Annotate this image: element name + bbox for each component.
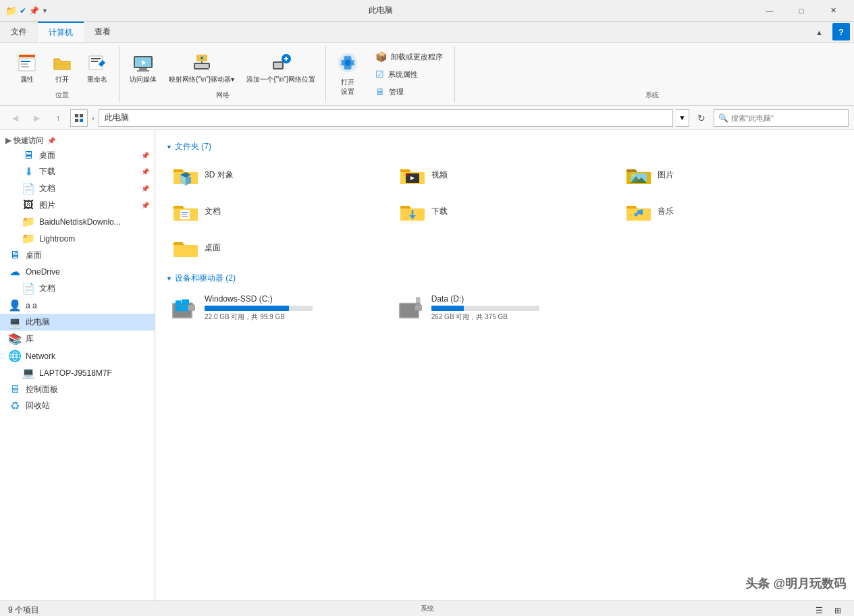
drive-d-fill [431,306,464,311]
sidebar-item-this-pc[interactable]: 💻 此电脑 [0,314,155,331]
drive-d[interactable]: Data (D:) 262 GB 可用，共 375 GB [393,289,617,327]
sidebar-item-user[interactable]: 👤 a a [0,297,155,314]
svg-rect-28 [75,119,78,122]
ribbon-spacer: 系统 [455,46,849,103]
sidebar-item-onedrive-doc[interactable]: 📄 文档 [0,280,155,297]
open-button[interactable]: 打开 [46,49,78,88]
laptop-icon: 💻 [22,366,35,379]
minimize-button[interactable]: — [754,0,785,22]
rename-label: 重命名 [87,75,107,84]
system-props-button[interactable]: ☑ 系统属性 [369,66,449,82]
main-layout: ▶ 快速访问 📌 🖥 桌面 📌 ⬇ 下载 📌 📄 文档 📌 🖼 图片 📌 📁 B… [0,130,854,600]
open-settings-button[interactable]: 打开设置 [331,49,364,100]
sidebar-item-baidu[interactable]: 📁 BaiduNetdiskDownlo... [0,213,155,230]
access-media-label: 访问媒体 [130,75,157,84]
pin-icon: 📌 [141,152,149,159]
sidebar-label-lightroom: Lightroom [39,234,75,244]
folder-video[interactable]: 视频 [393,158,617,192]
sidebar-item-recycle-bin[interactable]: ♻ 回收站 [0,397,155,414]
address-chevron[interactable]: ▼ [676,109,689,127]
sidebar-label-documents-qa: 文档 [39,183,55,194]
map-network-icon: ▾ [191,52,213,74]
folder-downloads-name: 下载 [431,206,448,217]
sidebar-item-laptop[interactable]: 💻 LAPTOP-J9518M7F [0,364,155,381]
close-button[interactable]: ✕ [818,0,849,22]
quick-access-section[interactable]: ▶ 快速访问 📌 [0,133,155,147]
pin-icon-docs: 📌 [141,185,149,192]
folder-downloads[interactable]: 下载 [393,194,617,228]
drive-c-name: Windows-SSD (C:) [205,294,384,304]
tab-view[interactable]: 查看 [84,22,122,43]
window-title: 此电脑 [7,5,754,16]
help-button[interactable]: ? [832,23,850,40]
svg-point-47 [640,212,643,215]
svg-rect-42 [182,214,187,215]
sidebar-item-network[interactable]: 🌐 Network [0,347,155,364]
folder-pictures-icon [625,163,652,187]
uninstall-button[interactable]: 📦 卸载或更改程序 [369,49,449,65]
sidebar-item-desktop[interactable]: 🖥 桌面 [0,247,155,263]
svg-rect-27 [80,114,83,117]
folder-desktop[interactable]: 桌面 [166,231,390,264]
back-button[interactable]: ◀ [5,109,24,128]
svg-rect-7 [91,61,98,62]
folder-documents[interactable]: 文档 [166,194,390,228]
sidebar-label-laptop: LAPTOP-J9518M7F [39,368,112,378]
sidebar-label-onedrive-doc: 文档 [39,283,55,294]
svg-rect-0 [19,55,35,57]
folder-pictures[interactable]: 图片 [619,158,843,192]
folder-downloads-icon [399,199,426,223]
address-text: 此电脑 [105,112,129,123]
drives-section-header[interactable]: 设备和驱动器 (2) [166,273,843,284]
access-media-button[interactable]: 访问媒体 [125,49,161,88]
map-network-button[interactable]: ▾ 映射网络{"\n"}驱动器▾ [164,49,239,88]
maximize-button[interactable]: □ [786,0,817,22]
folders-section-header[interactable]: 文件夹 (7) [166,141,843,152]
sidebar-item-documents-qa[interactable]: 📄 文档 📌 [0,180,155,197]
rename-button[interactable]: 重命名 [81,49,113,88]
desktop-icon: 🖥 [8,249,22,261]
ribbon-collapse-icon[interactable]: ▲ [816,28,823,36]
map-network-label: 映射网络{"\n"}驱动器▾ [169,75,234,84]
sidebar-item-library[interactable]: 📚 库 [0,331,155,347]
search-box: 🔍 [714,109,849,127]
tab-file[interactable]: 文件 [0,22,38,43]
path-separator: › [92,114,95,122]
folder-3d-icon [172,163,199,187]
refresh-button[interactable]: ↻ [692,109,711,128]
drive-c[interactable]: Windows-SSD (C:) 22.0 GB 可用，共 99.9 GB [166,289,390,327]
svg-rect-11 [137,70,149,72]
add-location-button[interactable]: 添加一个{"\n"}网络位置 [242,49,320,88]
properties-button[interactable]: 属性 [11,49,43,88]
drive-d-size: 262 GB 可用，共 375 GB [431,312,611,322]
manage-button[interactable]: 🖥 管理 [369,84,449,100]
sidebar-item-onedrive[interactable]: ☁ OneDrive [0,263,155,280]
lightroom-icon: 📁 [22,232,35,245]
up-button[interactable]: ↑ [49,109,68,128]
folder-music[interactable]: 音乐 [619,194,843,228]
desktop-folder-icon: 🖥 [22,149,35,161]
open-label: 打开 [55,75,69,84]
svg-rect-3 [21,63,28,65]
svg-rect-52 [176,306,181,311]
sidebar-item-desktop-qa[interactable]: 🖥 桌面 📌 [0,147,155,163]
svg-rect-23 [286,57,287,61]
forward-button[interactable]: ▶ [27,109,46,128]
sidebar-item-control-panel[interactable]: 🖥 控制面板 [0,381,155,397]
sidebar-item-lightroom[interactable]: 📁 Lightroom [0,230,155,247]
sidebar-label-desktop-qa: 桌面 [39,150,55,161]
address-field[interactable]: 此电脑 [99,109,673,127]
window-controls: — □ ✕ [754,0,849,22]
sidebar-item-pictures-qa[interactable]: 🖼 图片 📌 [0,197,155,213]
drive-c-size: 22.0 GB 可用，共 99.9 GB [205,312,384,322]
tab-computer[interactable]: 计算机 [38,22,84,43]
folder-3d[interactable]: 3D 对象 [166,158,390,192]
add-location-label: 添加一个{"\n"}网络位置 [246,75,315,84]
this-pc-icon: 💻 [8,316,22,329]
svg-rect-4 [21,66,29,67]
sidebar-label-pictures-qa: 图片 [39,200,55,211]
sidebar-item-downloads-qa[interactable]: ⬇ 下载 📌 [0,163,155,180]
address-dropdown-button[interactable] [70,109,88,127]
svg-text:▾: ▾ [209,66,211,72]
search-input[interactable] [731,114,844,122]
